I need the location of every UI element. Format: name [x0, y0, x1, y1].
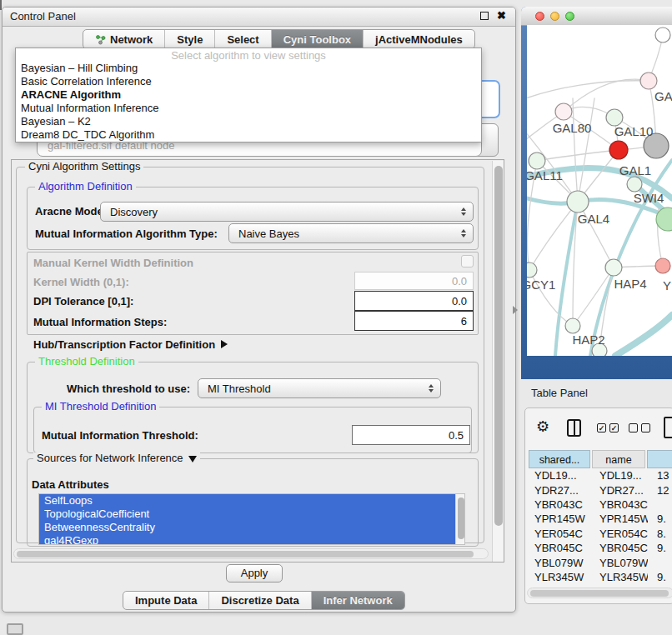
- network-node-hap2[interactable]: [565, 318, 580, 333]
- mi-threshold-field[interactable]: [352, 425, 470, 445]
- settings-gear-icon[interactable]: ⚙: [536, 418, 549, 436]
- network-node-gal11[interactable]: [529, 152, 545, 169]
- algorithm-option-basic-correlation-inference[interactable]: Basic Correlation Inference: [16, 75, 481, 88]
- close-traffic-light[interactable]: [535, 12, 544, 21]
- cell-value: 8.: [648, 528, 672, 540]
- node-label-salmon: Y: [663, 278, 671, 292]
- splitter-handle-icon[interactable]: [513, 306, 518, 314]
- document-icon[interactable]: [664, 417, 672, 438]
- table-row-ybl079w[interactable]: YBL079WYBL079W: [525, 555, 672, 569]
- tab-impute-data[interactable]: Impute Data: [123, 592, 209, 609]
- tab-discretize-data[interactable]: Discretize Data: [209, 592, 311, 609]
- settings-vscroll-thumb[interactable]: [494, 166, 503, 526]
- network-node-hap4[interactable]: [605, 259, 622, 276]
- table-row-ybr045c[interactable]: YBR045CYBR045C9.: [525, 541, 672, 555]
- tab-jactivemnodules[interactable]: jActiveMNodules: [364, 30, 474, 48]
- table-horizontal-scrollbar[interactable]: [527, 588, 672, 598]
- manual-kernel-checkbox[interactable]: [461, 255, 474, 268]
- network-node-gal1[interactable]: [609, 141, 628, 159]
- table-row-ydl19[interactable]: YDL19...YDL19...13: [525, 468, 672, 482]
- table-row-ypr145w[interactable]: YPR145WYPR145W9.: [525, 512, 672, 526]
- zoom-traffic-light[interactable]: [565, 12, 574, 21]
- aracne-mode-select[interactable]: Discovery: [100, 202, 474, 222]
- dpi-tolerance-field[interactable]: [354, 291, 474, 311]
- node-label-gal10: GAL10: [614, 124, 654, 138]
- manual-kernel-label: Manual Kernel Width Definition: [33, 257, 193, 269]
- settings-vertical-scrollbar[interactable]: [492, 161, 504, 562]
- sources-label[interactable]: Sources for Network Inference: [33, 452, 200, 464]
- network-node-swi4[interactable]: [627, 177, 642, 192]
- minimized-panel-grip[interactable]: [7, 623, 23, 635]
- attribute-item-betweennesscentrality[interactable]: BetweennessCentrality: [39, 521, 455, 534]
- network-node-top-partial[interactable]: [655, 28, 670, 42]
- select-all-icon[interactable]: ✓: [597, 423, 606, 432]
- attributes-scroll-thumb[interactable]: [458, 498, 464, 539]
- network-node-salmon[interactable]: [655, 258, 670, 273]
- table-hscroll-thumb[interactable]: [530, 590, 669, 597]
- aracne-mode-label: Aracne Mode:: [35, 205, 107, 218]
- deselect-all-icon[interactable]: [629, 423, 638, 432]
- settings-hscroll-thumb[interactable]: [17, 551, 474, 558]
- algorithm-option-dream8-dc-tdc-algorithm[interactable]: Dream8 DC_TDC Algorithm: [16, 128, 481, 142]
- tab-jactivemnodules-label: jActiveMNodules: [375, 33, 463, 46]
- attribute-item-topologicalcoefficient[interactable]: TopologicalCoefficient: [39, 508, 455, 521]
- apply-button[interactable]: Apply: [226, 564, 283, 582]
- network-node-gal4[interactable]: [567, 191, 589, 212]
- node-label-gal1: GAL1: [619, 163, 651, 178]
- node-label-gal80: GAL80: [553, 121, 592, 135]
- column-header-2[interactable]: [647, 450, 672, 468]
- float-panel-icon[interactable]: [480, 12, 489, 20]
- cell-shared-name: YBR043C: [525, 498, 590, 511]
- attributes-list-scrollbar[interactable]: [455, 494, 464, 544]
- kernel-width-field[interactable]: [354, 272, 474, 290]
- cyni-mode-tabbar: Impute DataDiscretize DataInfer Network: [123, 591, 405, 610]
- tab-network[interactable]: Network: [83, 30, 165, 48]
- algorithm-option-aracne-algorithm[interactable]: ARACNE Algorithm: [16, 88, 481, 102]
- tab-style[interactable]: Style: [165, 30, 215, 48]
- column-header-name[interactable]: name: [592, 450, 645, 468]
- tab-select-label: Select: [227, 33, 258, 46]
- network-window-titlebar: [521, 7, 672, 26]
- cell-shared-name: YLR345W: [525, 571, 590, 583]
- tab-select[interactable]: Select: [215, 30, 271, 48]
- network-canvas[interactable]: GALGAL80GAL10GAL1GAL11SWI4GAL4GCY1HAP4YH…: [527, 25, 672, 356]
- settings-horizontal-scrollbar[interactable]: [13, 548, 489, 559]
- table-row-ybr043c[interactable]: YBR043CYBR043C: [525, 498, 672, 512]
- tab-cyni-toolbox[interactable]: Cyni Toolbox: [272, 30, 364, 48]
- hub-section-toggle[interactable]: Hub/Transcription Factor Definition: [33, 338, 228, 351]
- minimize-traffic-light[interactable]: [550, 12, 559, 21]
- table-header-row: shared...name: [529, 450, 672, 468]
- network-node-gal10[interactable]: [606, 109, 623, 126]
- algorithm-option-bayesian-k2[interactable]: Bayesian – K2: [16, 115, 481, 128]
- algorithm-option-bayesian-hill-climbing[interactable]: Bayesian – Hill Climbing: [16, 62, 481, 75]
- which-threshold-select[interactable]: MI Threshold: [198, 378, 441, 398]
- tab-impute-data-label: Impute Data: [135, 594, 197, 607]
- aracne-mode-value: Discovery: [110, 206, 158, 218]
- cell-shared-name: YBR045C: [525, 542, 590, 554]
- kernel-width-label: Kernel Width (0,1):: [33, 276, 129, 288]
- node-label-hap4: HAP4: [614, 277, 646, 291]
- algorithm-option-mutual-information-inference[interactable]: Mutual Information Inference: [16, 102, 481, 115]
- data-attributes-list[interactable]: SelfLoopsTopologicalCoefficientBetweenne…: [38, 493, 465, 545]
- table-row-ylr345w[interactable]: YLR345WYLR345W9.: [525, 570, 672, 584]
- mi-algorithm-type-select[interactable]: Naive Bayes: [228, 223, 474, 243]
- table-panel-titlebar: Table Panel: [517, 379, 672, 406]
- cell-name: YBR045C: [590, 542, 648, 554]
- data-attributes-label: Data Attributes: [32, 478, 109, 491]
- column-header-shared[interactable]: shared...: [529, 450, 590, 468]
- attribute-item-selfloops[interactable]: SelfLoops: [39, 494, 455, 508]
- table-row-ydr27[interactable]: YDR27...YDR27...12: [525, 482, 672, 497]
- dpi-tolerance-label: DPI Tolerance [0,1]:: [33, 295, 133, 308]
- network-node-gcy1[interactable]: [527, 262, 537, 278]
- tab-infer-network[interactable]: Infer Network: [312, 592, 404, 609]
- network-edge: [527, 81, 649, 100]
- select-all-icon-2[interactable]: ✓: [609, 423, 619, 432]
- close-icon[interactable]: ✖: [497, 9, 506, 22]
- attribute-item-gal4rgexp[interactable]: gal4RGexp: [39, 534, 455, 545]
- network-node-gal-pink[interactable]: [640, 72, 657, 89]
- table-row-yer054c[interactable]: YER054CYER054C8.: [525, 527, 672, 541]
- deselect-all-icon-2[interactable]: [641, 423, 650, 432]
- mi-steps-field[interactable]: [354, 311, 474, 331]
- columns-icon[interactable]: [567, 419, 581, 437]
- network-node-gal80[interactable]: [555, 103, 572, 120]
